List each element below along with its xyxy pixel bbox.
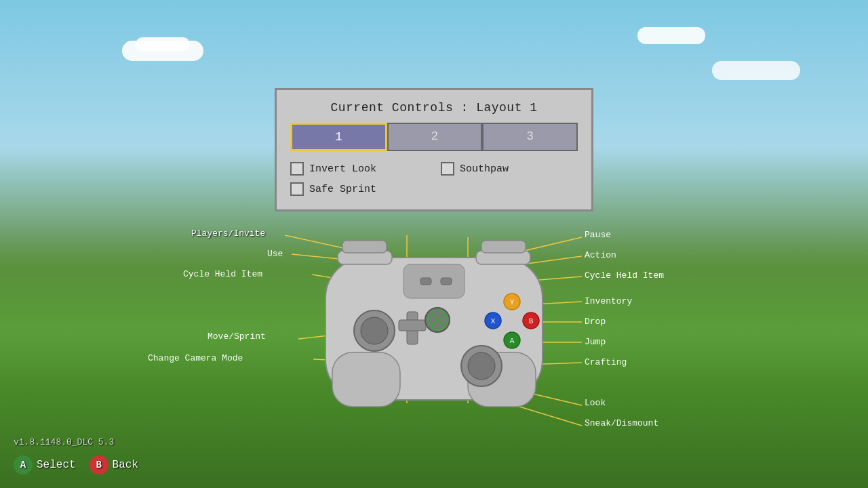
a-button-icon: A	[14, 455, 33, 474]
cloud-3	[637, 27, 705, 44]
controls-dialog: Current Controls : Layout 1 1 2 3 Invert…	[275, 88, 593, 211]
cloud-2	[136, 37, 190, 51]
safe-sprint-label: Safe Sprint	[309, 184, 376, 195]
select-label: Select	[37, 459, 76, 471]
checkboxes-container: Invert Look Southpaw Safe Sprint	[290, 162, 578, 196]
back-hint: B Back	[90, 455, 138, 474]
invert-look-option[interactable]: Invert Look	[290, 162, 427, 176]
layout-tabs: 1 2 3	[290, 123, 578, 151]
tab-layout-2[interactable]: 2	[387, 123, 483, 151]
landscape	[0, 230, 868, 488]
southpaw-option[interactable]: Southpaw	[441, 162, 578, 176]
safe-sprint-checkbox[interactable]	[290, 182, 304, 196]
bottom-bar: A Select B Back	[14, 455, 138, 474]
invert-look-checkbox[interactable]	[290, 162, 304, 176]
select-hint: A Select	[14, 455, 76, 474]
invert-look-label: Invert Look	[309, 163, 376, 175]
southpaw-checkbox[interactable]	[441, 162, 454, 176]
safe-sprint-option[interactable]: Safe Sprint	[290, 182, 427, 196]
dialog-title: Current Controls : Layout 1	[290, 101, 578, 115]
b-button-icon: B	[90, 455, 108, 474]
tab-layout-3[interactable]: 3	[482, 123, 578, 151]
version-text: v1.8.1148.0_DLC 5.3	[14, 437, 114, 447]
tab-layout-1[interactable]: 1	[290, 123, 387, 151]
cloud-4	[712, 61, 800, 80]
southpaw-label: Southpaw	[460, 163, 509, 175]
back-label: Back	[113, 459, 138, 471]
